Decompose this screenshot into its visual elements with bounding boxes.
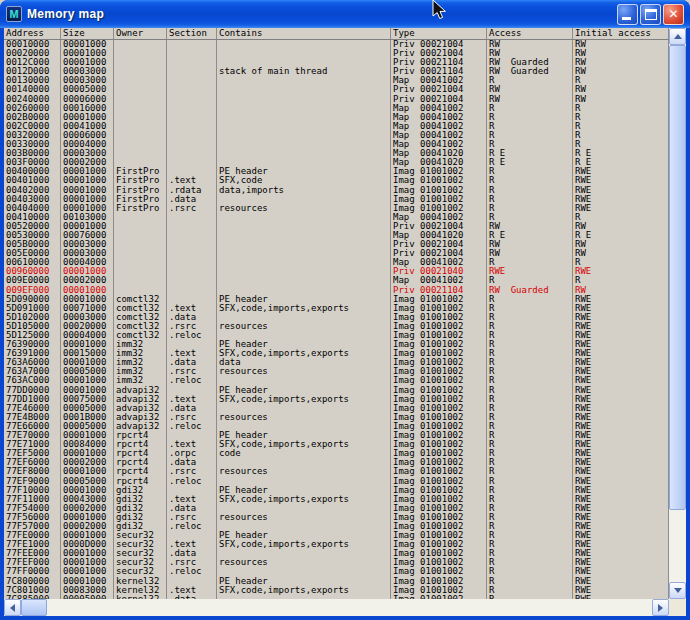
table-row[interactable]: 77DD100000075000advapi32.textSFX,code,im… — [4, 395, 669, 404]
cell-section: .data — [167, 404, 217, 413]
table-row[interactable]: 77F1000000001000gdi32PE headerImag 01001… — [4, 486, 669, 495]
table-row[interactable]: 77E4B0000001B000advapi32.rsrcresourcesIm… — [4, 413, 669, 422]
table-row[interactable]: 77EF900000005000rpcrt4.relocImag 0100100… — [4, 477, 669, 486]
table-row[interactable]: 77F5400000002000gdi32.dataImag 01001002R… — [4, 504, 669, 513]
table-row[interactable]: 0013000000003000Map 00041002RR — [4, 76, 669, 85]
table-row[interactable]: 009EF00000001000Priv 00021104RW GuardedR… — [4, 286, 669, 295]
cell-initial_access: RWE — [573, 495, 669, 504]
cell-size: 0001B000 — [61, 413, 114, 422]
horizontal-scrollbar-thumb[interactable] — [21, 599, 47, 616]
column-header-type[interactable]: Type — [391, 28, 487, 39]
table-row[interactable]: 0040400000001000FirstPro.rsrcresourcesIm… — [4, 204, 669, 213]
memory-map-table: AddressSizeOwnerSectionContainsTypeAcces… — [4, 28, 669, 599]
table-row[interactable]: 77EF500000001000rpcrt4.orpccodeImag 0100… — [4, 449, 669, 458]
cell-address: 00520000 — [4, 222, 61, 231]
memory-map-icon[interactable]: M — [6, 6, 22, 22]
table-row[interactable]: 77E7100000084000rpcrt4.textSFX,code,impo… — [4, 440, 669, 449]
cell-contains — [217, 213, 391, 222]
table-row[interactable]: 77F5600000001000gdi32.rsrcresourcesImag … — [4, 513, 669, 522]
table-row[interactable]: 77FE10000000D000secur32.textSFX,code,imp… — [4, 540, 669, 549]
cell-size: 00001000 — [61, 513, 114, 522]
column-header-size[interactable]: Size — [61, 28, 114, 39]
cell-access: R — [487, 558, 573, 567]
table-row[interactable]: 7C80100000083000kernel32.textSFX,code,im… — [4, 586, 669, 595]
table-row[interactable]: 0024000000006000Priv 00021004RWRW — [4, 95, 669, 104]
cell-size: 00003000 — [61, 313, 114, 322]
table-row[interactable]: 5D12500000004000comctl32.relocImag 01001… — [4, 331, 669, 340]
table-row[interactable]: 0040000000001000FirstProPE headerImag 01… — [4, 167, 669, 176]
table-row[interactable]: 763A600000001000imm32.datadataImag 01001… — [4, 358, 669, 367]
table-row[interactable]: 0012C00000001000Priv 00021104RW GuardedR… — [4, 58, 669, 67]
vertical-scrollbar-thumb[interactable] — [669, 45, 686, 510]
table-row[interactable]: 005E000000003000Priv 00021004RWRW — [4, 249, 669, 258]
table-row[interactable]: 0061000000004000Map 00041002RR — [4, 258, 669, 267]
table-row[interactable]: 763AC00000001000imm32.relocImag 01001002… — [4, 376, 669, 385]
cell-section: .data — [167, 458, 217, 467]
column-header-initial-access[interactable]: Initial access — [573, 28, 669, 39]
minimize-button[interactable] — [617, 4, 638, 25]
table-row[interactable]: 0026000000016000Map 00041002RR — [4, 104, 669, 113]
table-row[interactable]: 002B000000001000Map 00041002RR — [4, 113, 669, 122]
table-row[interactable]: 0052000000001000Priv 00021004RWRW — [4, 222, 669, 231]
vertical-scrollbar[interactable] — [669, 28, 686, 599]
cell-address: 77E71000 — [4, 440, 61, 449]
table-row[interactable]: 763A700000005000imm32.rsrcresourcesImag … — [4, 367, 669, 376]
column-header-owner[interactable]: Owner — [114, 28, 167, 39]
table-row[interactable]: 0041000000103000Map 00041002RR — [4, 213, 669, 222]
scroll-right-button[interactable] — [652, 599, 669, 616]
cell-initial_access: R — [573, 140, 669, 149]
table-row[interactable]: 77F1100000043000gdi32.textSFX,code,impor… — [4, 495, 669, 504]
table-row[interactable]: 002C000000041000Map 00041002RR — [4, 122, 669, 131]
cell-type: Imag 01001002 — [391, 295, 487, 304]
cell-owner: comctl32 — [114, 322, 167, 331]
scroll-up-button[interactable] — [669, 28, 686, 45]
table-row[interactable]: 0040300000001000FirstPro.dataImag 010010… — [4, 195, 669, 204]
table-row[interactable]: 003B000000003000Map 00041020R ER E — [4, 149, 669, 158]
maximize-button[interactable] — [640, 4, 661, 25]
table-row[interactable]: 003F000000002000Map 00041020R ER E — [4, 158, 669, 167]
table-row[interactable]: 77E6600000005000advapi32.relocImag 01001… — [4, 422, 669, 431]
titlebar[interactable]: M Memory map ✕ — [0, 0, 690, 28]
table-row[interactable]: 0001000000001000Priv 00021004RWRW — [4, 40, 669, 49]
table-row[interactable]: 5D09000000001000comctl32PE headerImag 01… — [4, 295, 669, 304]
table-row[interactable]: 5D10500000020000comctl32.rsrcresourcesIm… — [4, 322, 669, 331]
table-row[interactable]: 0032000000006000Map 00041002RR — [4, 131, 669, 140]
table-row[interactable]: 0002000000001000Priv 00021004RWRW — [4, 49, 669, 58]
column-header-address[interactable]: Address — [4, 28, 61, 39]
table-row[interactable]: 77FF000000001000secur32.relocImag 010010… — [4, 567, 669, 576]
scroll-down-button[interactable] — [669, 582, 686, 599]
horizontal-scrollbar[interactable] — [4, 599, 669, 616]
close-button[interactable]: ✕ — [663, 4, 684, 25]
cell-initial_access: RWE — [573, 449, 669, 458]
table-row[interactable]: 5D10200000003000comctl32.dataImag 010010… — [4, 313, 669, 322]
table-row[interactable]: 009E000000002000Map 00041002RR — [4, 276, 669, 285]
column-header-access[interactable]: Access — [487, 28, 573, 39]
table-row[interactable]: 0014000000005000Priv 00021004RWRW — [4, 85, 669, 94]
table-row[interactable]: 0096000000001000Priv 00021040RWERWE — [4, 267, 669, 276]
table-row[interactable]: 77FE000000001000secur32PE headerImag 010… — [4, 531, 669, 540]
table-row[interactable]: 0040100000001000FirstPro.textSFX,codeIma… — [4, 176, 669, 185]
table-row[interactable]: 7639000000001000imm32PE headerImag 01001… — [4, 340, 669, 349]
table-row[interactable]: 77EF600000002000rpcrt4.dataImag 01001002… — [4, 458, 669, 467]
cell-section — [167, 122, 217, 131]
scroll-left-button[interactable] — [4, 599, 21, 616]
table-row[interactable]: 5D09100000071000comctl32.textSFX,code,im… — [4, 304, 669, 313]
table-row[interactable]: 77FEF00000001000secur32.rsrcresourcesIma… — [4, 558, 669, 567]
client-area: AddressSizeOwnerSectionContainsTypeAcces… — [4, 28, 686, 616]
table-row[interactable]: 005B000000003000Priv 00021004RWRW — [4, 240, 669, 249]
table-row[interactable]: 77E7000000001000rpcrt4PE headerImag 0100… — [4, 431, 669, 440]
table-row[interactable]: 77DD000000001000advapi32PE headerImag 01… — [4, 386, 669, 395]
table-row[interactable]: 77E4600000005000advapi32.dataImag 010010… — [4, 404, 669, 413]
table-row[interactable]: 0053000000076000Map 00041020R ER E — [4, 231, 669, 240]
column-header-section[interactable]: Section — [167, 28, 217, 39]
table-row[interactable]: 0012D00000003000stack of main threadPriv… — [4, 67, 669, 76]
table-row[interactable]: 0033000000004000Map 00041002RR — [4, 140, 669, 149]
table-row[interactable]: 77F5700000002000gdi32.relocImag 01001002… — [4, 522, 669, 531]
column-header-contains[interactable]: Contains — [217, 28, 391, 39]
cell-contains — [217, 195, 391, 204]
table-row[interactable]: 77EF800000001000rpcrt4.rsrcresourcesImag… — [4, 467, 669, 476]
table-row[interactable]: 77FEE00000001000secur32.dataImag 0100100… — [4, 549, 669, 558]
table-row[interactable]: 0040200000001000FirstPro.rdatadata,impor… — [4, 186, 669, 195]
table-row[interactable]: 7C80000000001000kernel32PE headerImag 01… — [4, 577, 669, 586]
table-row[interactable]: 7639100000015000imm32.textSFX,code,impor… — [4, 349, 669, 358]
